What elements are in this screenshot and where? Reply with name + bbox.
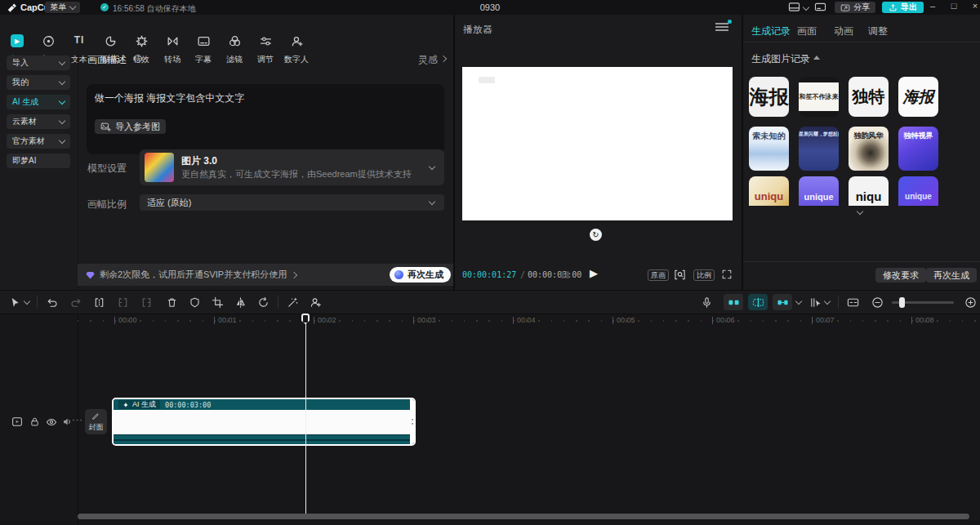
generated-image-thumbnail[interactable]: 海报	[898, 77, 938, 117]
rotate-button[interactable]	[256, 296, 270, 309]
modify-request-button[interactable]: 修改要求	[875, 268, 926, 283]
share-button[interactable]: 分享	[835, 2, 875, 13]
play-button[interactable]: ▶	[590, 267, 598, 279]
timeline-zoom-slider-handle[interactable]	[899, 297, 905, 308]
add-character-button[interactable]	[309, 296, 323, 309]
collapse-triangle-icon[interactable]	[813, 56, 820, 60]
ruler-tick: 00:05	[612, 317, 635, 324]
track-more-icon[interactable]: ···	[72, 415, 83, 425]
mirror-button[interactable]	[234, 296, 247, 309]
fullscreen-icon[interactable]	[721, 269, 733, 280]
tab-generation-history[interactable]: 生成记录	[751, 24, 791, 38]
import-reference-button[interactable]: 导入参考图	[95, 119, 166, 134]
tab-picture[interactable]: 画面	[797, 24, 817, 38]
clip-trim-handle-right[interactable]	[410, 399, 414, 444]
transitions-icon	[166, 34, 180, 48]
tab-transitions[interactable]: 转场	[157, 33, 188, 67]
cover-edit-button[interactable]: 封面	[85, 409, 107, 434]
model-dropdown[interactable]: 图片 3.0 更自然真实，可生成文字海报，由Seedream提供技术支持	[140, 149, 444, 185]
sidebar-item-ai-generate[interactable]: AI 生成	[7, 95, 70, 109]
lock-track-icon[interactable]	[29, 416, 40, 427]
player-menu-icon[interactable]	[715, 22, 728, 32]
generated-image-thumbnail[interactable]: 星辰闪耀，梦想起航	[799, 127, 839, 171]
model-name: 图片 3.0	[181, 154, 217, 168]
tabs-divider	[743, 42, 980, 42]
regenerate-right-button[interactable]: 再次生成	[926, 268, 977, 283]
delete-right-button[interactable]	[140, 296, 154, 309]
generated-image-thumbnail[interactable]: niqu	[849, 176, 889, 206]
auto-snap-toggle[interactable]	[748, 294, 768, 310]
split-button[interactable]	[92, 296, 106, 309]
tab-animation[interactable]: 动画	[834, 24, 853, 38]
generated-image-thumbnail[interactable]: 独特视界	[898, 127, 938, 171]
quality-badge[interactable]: 原画	[648, 269, 669, 281]
timeline-clip-ai-generate[interactable]: AI 生成 00:00:03:00	[112, 398, 416, 446]
undo-icon	[46, 296, 58, 309]
inspiration-link[interactable]: 灵感	[418, 53, 438, 67]
effects-icon	[135, 34, 149, 48]
sidebar-item-mine[interactable]: 我的	[7, 75, 70, 90]
layout-icon[interactable]	[788, 2, 800, 12]
tab-captions[interactable]: 字幕	[188, 33, 219, 67]
smart-edit-button[interactable]	[286, 296, 300, 309]
maximize-button[interactable]: □	[947, 1, 960, 11]
minimize-button[interactable]: –	[926, 1, 939, 11]
sidebar-item-import[interactable]: 导入	[7, 56, 70, 70]
regenerate-button[interactable]: 再次生成	[390, 267, 451, 283]
menu-button[interactable]: 菜单	[45, 2, 80, 13]
generated-image-thumbnail[interactable]: 独特	[849, 77, 889, 117]
undo-button[interactable]	[45, 296, 59, 309]
preview-canvas[interactable]	[462, 67, 733, 220]
ratio-badge[interactable]: 比例	[693, 269, 715, 281]
aspect-ratio-dropdown[interactable]: 适应 (原始)	[140, 194, 444, 211]
chevron-right-icon	[440, 56, 447, 62]
generated-image-thumbnail[interactable]: unique	[799, 176, 839, 206]
generated-image-thumbnail[interactable]: uniqu	[749, 176, 789, 206]
preview-zoom-icon[interactable]	[674, 269, 686, 281]
delete-button[interactable]	[165, 296, 179, 309]
rotate-handle-icon[interactable]: ↻	[590, 229, 602, 241]
split-delete-right-icon	[140, 296, 153, 309]
zoom-in-button[interactable]	[964, 296, 978, 309]
redo-button[interactable]	[69, 296, 83, 309]
player-panel: 播放器 ↻ 00:00:01:27 / 00:00:03:00 ▶ 原画 比例	[455, 15, 742, 290]
timeline-scrollbar[interactable]	[78, 514, 969, 519]
chevron-right-icon[interactable]	[291, 271, 297, 278]
panel-toggle-icon[interactable]	[814, 2, 826, 12]
select-tool-button[interactable]	[8, 296, 22, 309]
tab-digital-human[interactable]: 数字人	[281, 33, 312, 67]
toolbar-divider	[37, 296, 38, 309]
tab-adjust-right[interactable]: 调整	[868, 24, 888, 38]
layout-chevron-icon[interactable]	[803, 4, 809, 11]
generated-image-thumbnail[interactable]: unique	[898, 176, 938, 206]
trash-icon	[166, 296, 178, 309]
sidebar-item-dreamina[interactable]: 即梦AI	[7, 153, 70, 168]
voiceover-button[interactable]	[700, 296, 714, 309]
generated-image-thumbnail[interactable]: 和笙不作泳来	[799, 77, 839, 117]
hide-track-icon[interactable]	[46, 417, 57, 427]
generated-image-thumbnail[interactable]: 索未知的	[749, 127, 789, 171]
capcut-window: CapCut 菜单 ✓ 16:56:58 自动保存本地 0930 分享 导出 –…	[0, 0, 980, 525]
sidebar-item-official-assets[interactable]: 官方素材	[7, 134, 70, 149]
zoom-out-button[interactable]	[871, 296, 884, 309]
tab-filters[interactable]: 滤镜	[219, 33, 250, 67]
crop-button[interactable]	[211, 296, 225, 309]
close-button[interactable]: ×	[969, 1, 980, 11]
expand-grid-chevron-icon[interactable]	[857, 208, 863, 215]
adapt-timeline-button[interactable]	[846, 296, 860, 309]
playhead-line[interactable]	[305, 323, 306, 514]
link-icon	[777, 297, 789, 308]
ruler-tick: 00:02	[314, 317, 336, 324]
main-track-magnet-toggle[interactable]	[724, 294, 743, 310]
export-button[interactable]: 导出	[882, 2, 924, 13]
generated-image-thumbnail[interactable]: 海报	[749, 77, 789, 117]
delete-left-button[interactable]	[116, 296, 130, 309]
generated-image-thumbnail[interactable]: 独韵风华	[849, 127, 889, 171]
linkage-toggle[interactable]	[773, 294, 792, 310]
info-icon[interactable]	[133, 54, 143, 64]
frame-step-icon[interactable]	[559, 270, 571, 279]
preview-axis-button[interactable]	[808, 296, 822, 309]
tab-adjust[interactable]: 调节	[250, 33, 281, 67]
sidebar-item-cloud-assets[interactable]: 云素材	[7, 114, 70, 129]
mask-button[interactable]	[188, 296, 202, 309]
